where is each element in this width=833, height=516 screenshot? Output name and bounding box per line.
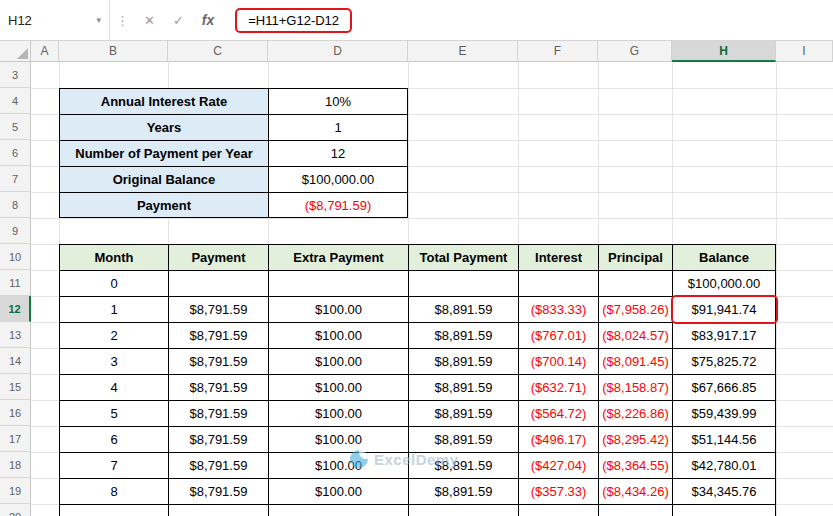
sheet-cell[interactable]: $100.00 — [268, 478, 408, 504]
column-header-A[interactable]: A — [31, 41, 59, 62]
row-header-16[interactable]: 16 — [0, 400, 31, 426]
column-header-G[interactable]: G — [598, 41, 672, 62]
sheet-cell[interactable] — [598, 504, 672, 516]
name-box-dropdown-icon[interactable]: ▾ — [96, 15, 101, 25]
sheet-cell[interactable] — [168, 270, 268, 296]
sheet-cell[interactable]: ($8,158.87) — [598, 374, 672, 400]
sheet-cell[interactable]: $100.00 — [268, 400, 408, 426]
sheet-cell[interactable] — [518, 270, 598, 296]
schedule-header[interactable]: Extra Payment — [268, 244, 408, 270]
sheet-cell[interactable]: $8,891.59 — [408, 348, 518, 374]
cancel-icon[interactable]: ✕ — [144, 13, 155, 28]
info-value[interactable]: 1 — [268, 114, 408, 140]
schedule-header[interactable]: Month — [59, 244, 168, 270]
sheet-cell[interactable] — [59, 504, 168, 516]
sheet-cell[interactable]: ($8,364.55) — [598, 452, 672, 478]
row-header-11[interactable]: 11 — [0, 270, 31, 296]
row-header-9[interactable]: 9 — [0, 218, 31, 244]
sheet-cell[interactable]: $100.00 — [268, 452, 408, 478]
schedule-header[interactable]: Interest — [518, 244, 598, 270]
column-header-D[interactable]: D — [268, 41, 408, 62]
sheet-cell[interactable]: ($833.33) — [518, 296, 598, 322]
sheet-cell[interactable]: $8,791.59 — [168, 426, 268, 452]
sheet-cell[interactable]: ($8,024.57) — [598, 322, 672, 348]
formula-bar-menu-icon[interactable]: ⋮ — [116, 13, 129, 28]
sheet-cell[interactable] — [268, 270, 408, 296]
row-header-19[interactable]: 19 — [0, 478, 31, 504]
sheet-cell[interactable]: $8,791.59 — [168, 296, 268, 322]
row-header-17[interactable]: 17 — [0, 426, 31, 452]
sheet-cell[interactable]: ($8,226.86) — [598, 400, 672, 426]
sheet-cell[interactable] — [268, 504, 408, 516]
sheet-cell[interactable]: ($8,295.42) — [598, 426, 672, 452]
sheet-cell[interactable]: $67,666.85 — [672, 374, 776, 400]
row-header-8[interactable]: 8 — [0, 192, 31, 218]
info-label[interactable]: Annual Interest Rate — [59, 88, 268, 114]
sheet-cell[interactable]: ($700.14) — [518, 348, 598, 374]
row-header-3[interactable]: 3 — [0, 62, 31, 88]
sheet-cell[interactable]: $42,780.01 — [672, 452, 776, 478]
schedule-header[interactable]: Payment — [168, 244, 268, 270]
enter-icon[interactable]: ✓ — [173, 13, 184, 28]
sheet-cell[interactable]: 7 — [59, 452, 168, 478]
sheet-cell[interactable]: $100.00 — [268, 348, 408, 374]
sheet-cell[interactable]: $8,791.59 — [168, 452, 268, 478]
info-label[interactable]: Original Balance — [59, 166, 268, 192]
column-header-F[interactable]: F — [518, 41, 598, 62]
sheet-cell[interactable] — [518, 504, 598, 516]
schedule-header[interactable]: Total Payment — [408, 244, 518, 270]
sheet-cell[interactable]: $100,000.00 — [672, 270, 776, 296]
sheet-cell[interactable]: ($767.01) — [518, 322, 598, 348]
insert-function-icon[interactable]: fx — [202, 12, 214, 28]
info-label[interactable]: Payment — [59, 192, 268, 218]
sheet-cell[interactable]: $100.00 — [268, 296, 408, 322]
sheet-cell[interactable]: $8,791.59 — [168, 322, 268, 348]
sheet-cell[interactable]: 0 — [59, 270, 168, 296]
sheet-cell[interactable]: $8,791.59 — [168, 478, 268, 504]
sheet-cell[interactable]: ($632.71) — [518, 374, 598, 400]
sheet-cell[interactable]: ($427.04) — [518, 452, 598, 478]
row-header-4[interactable]: 4 — [0, 88, 31, 114]
row-header-12[interactable]: 12 — [0, 296, 31, 322]
row-header-7[interactable]: 7 — [0, 166, 31, 192]
formula-input[interactable]: =H11+G12-D12 — [235, 8, 352, 33]
sheet-cell[interactable]: ($8,434.26) — [598, 478, 672, 504]
row-header-18[interactable]: 18 — [0, 452, 31, 478]
sheet-cell[interactable]: $8,791.59 — [168, 374, 268, 400]
sheet-cell[interactable]: $8,891.59 — [408, 452, 518, 478]
row-header-5[interactable]: 5 — [0, 114, 31, 140]
sheet-cell[interactable]: $8,891.59 — [408, 322, 518, 348]
sheet-cell[interactable]: $8,891.59 — [408, 296, 518, 322]
sheet-cell[interactable]: ($357.33) — [518, 478, 598, 504]
info-label[interactable]: Years — [59, 114, 268, 140]
sheet-cell[interactable]: ($496.17) — [518, 426, 598, 452]
sheet-cell[interactable]: $59,439.99 — [672, 400, 776, 426]
column-header-C[interactable]: C — [168, 41, 268, 62]
sheet-cell[interactable]: ($7,958.26) — [598, 296, 672, 322]
sheet-cell[interactable]: $8,791.59 — [168, 348, 268, 374]
sheet-cell[interactable]: $83,917.17 — [672, 322, 776, 348]
sheet-cell[interactable] — [598, 270, 672, 296]
sheet-cell[interactable]: 8 — [59, 478, 168, 504]
sheet-cell[interactable]: $100.00 — [268, 322, 408, 348]
sheet-cell[interactable]: 6 — [59, 426, 168, 452]
sheet-cell[interactable]: $100.00 — [268, 426, 408, 452]
schedule-header[interactable]: Balance — [672, 244, 776, 270]
row-header-15[interactable]: 15 — [0, 374, 31, 400]
sheet-cell[interactable]: $51,144.56 — [672, 426, 776, 452]
column-header-E[interactable]: E — [408, 41, 518, 62]
column-header-B[interactable]: B — [59, 41, 168, 62]
sheet-cell[interactable]: $8,891.59 — [408, 426, 518, 452]
column-header-H[interactable]: H — [672, 41, 776, 62]
sheet-cell[interactable]: 5 — [59, 400, 168, 426]
sheet-cell[interactable]: 2 — [59, 322, 168, 348]
column-header-I[interactable]: I — [776, 41, 833, 62]
schedule-header[interactable]: Principal — [598, 244, 672, 270]
sheet-cell[interactable] — [168, 504, 268, 516]
sheet-cell[interactable]: $91,941.74 — [672, 296, 776, 322]
info-value[interactable]: ($8,791.59) — [268, 192, 408, 218]
sheet-cell[interactable]: $8,891.59 — [408, 478, 518, 504]
info-value[interactable]: 12 — [268, 140, 408, 166]
sheet-cell[interactable]: ($564.72) — [518, 400, 598, 426]
name-box[interactable]: H12 ▾ — [0, 0, 110, 40]
